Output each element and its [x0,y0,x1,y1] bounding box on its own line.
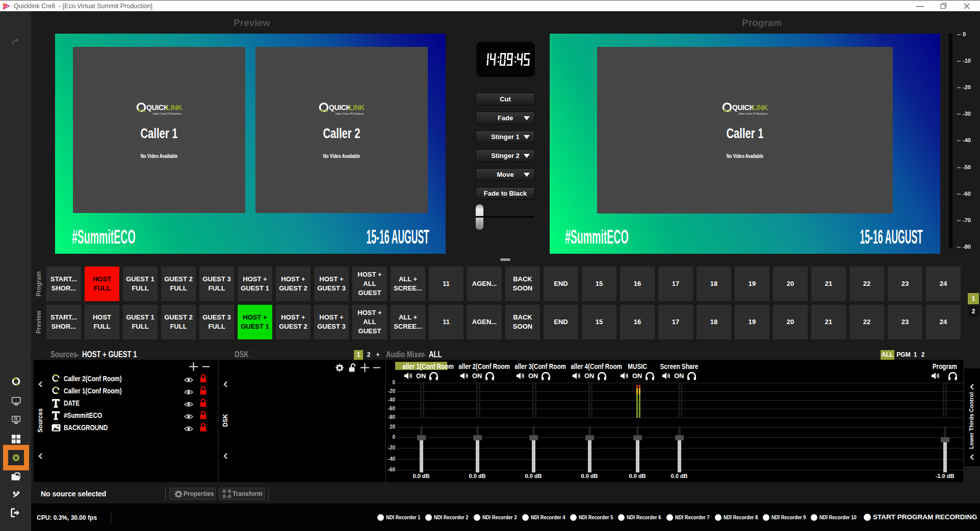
svg-text:cre8: cre8 [4,5,9,8]
svg-text:LINK: LINK [349,103,365,112]
svg-text:QUICK: QUICK [732,103,754,112]
svg-text:QUICK: QUICK [329,103,351,112]
svg-text:LINK: LINK [166,103,182,112]
svg-text:Video Over IP Solutions: Video Over IP Solutions [335,112,364,115]
svg-text:Video Over IP Solutions: Video Over IP Solutions [738,112,767,115]
svg-text:Video Over IP Solutions: Video Over IP Solutions [152,112,182,115]
svg-text:LINK: LINK [752,103,768,112]
svg-text:QUICK: QUICK [146,103,168,112]
